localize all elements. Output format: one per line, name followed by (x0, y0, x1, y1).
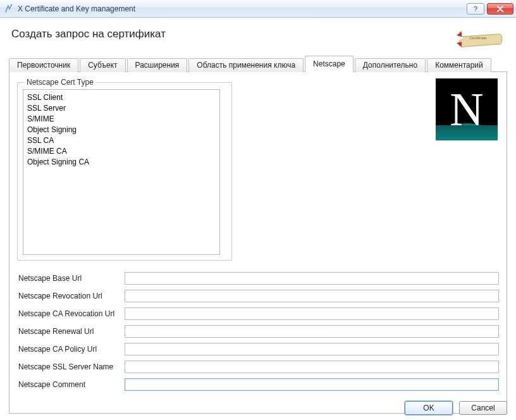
tab-label: Дополнительно (363, 61, 417, 70)
tab-subject[interactable]: Субъект (80, 58, 125, 72)
ok-button[interactable]: OK (405, 401, 453, 415)
list-item[interactable]: SSL Server (27, 103, 216, 114)
tab-key-usage[interactable]: Область применения ключа (188, 58, 304, 72)
tab-netscape[interactable]: Netscape (305, 56, 353, 72)
netscape-ssl-server-name-input[interactable] (125, 361, 499, 373)
netscape-logo-icon: N (436, 78, 498, 140)
tab-label: Область применения ключа (197, 61, 295, 70)
field-label: Netscape SSL Server Name (17, 362, 125, 371)
netscape-base-url-input[interactable] (125, 272, 499, 285)
netscape-ca-policy-url-input[interactable] (125, 343, 499, 355)
list-item[interactable]: SSL CA (27, 135, 216, 146)
field-label: Netscape Base Url (17, 274, 125, 283)
tab-source[interactable]: Первоисточник (9, 58, 78, 72)
svg-text:Certificate: Certificate (469, 36, 487, 40)
scroll-emblem-icon: Certificate (453, 27, 507, 52)
field-label: Netscape Renewal Url (17, 327, 125, 336)
close-button[interactable] (487, 3, 513, 15)
netscape-comment-input[interactable] (125, 378, 499, 391)
list-item[interactable]: Object Signing (27, 125, 216, 135)
cert-type-listbox[interactable]: SSL Client SSL Server S/MIME Object Sign… (23, 89, 220, 255)
tabstrip: Первоисточник Субъект Расширения Область… (9, 56, 507, 72)
help-button[interactable]: ? (467, 3, 484, 15)
list-item[interactable]: S/MIME (27, 114, 216, 125)
netscape-url-fields: Netscape Base Url Netscape Revocation Ur… (17, 272, 499, 391)
field-label: Netscape CA Revocation Url (17, 309, 125, 318)
tab-label: Расширения (135, 61, 180, 70)
tab-panel-netscape: Netscape Cert Type SSL Client SSL Server… (9, 72, 507, 414)
tab-advanced[interactable]: Дополнительно (355, 58, 426, 72)
field-label: Netscape Comment (17, 380, 125, 389)
tab-label: Субъект (88, 61, 117, 70)
tab-label: Комментарий (435, 61, 483, 70)
tab-label: Первоисточник (17, 61, 70, 70)
netscape-ca-revocation-url-input[interactable] (125, 307, 499, 320)
titlebar: X Certificate and Key management ? (0, 0, 516, 18)
window-title: X Certificate and Key management (18, 4, 467, 13)
window-controls: ? (467, 3, 513, 15)
netscape-renewal-url-input[interactable] (125, 325, 499, 338)
group-label: Netscape Cert Type (24, 78, 96, 87)
app-icon (4, 4, 14, 14)
list-item[interactable]: SSL Client (27, 92, 216, 103)
field-label: Netscape CA Policy Url (17, 345, 125, 354)
netscape-revocation-url-input[interactable] (125, 290, 499, 302)
cancel-button[interactable]: Cancel (459, 401, 507, 415)
tab-label: Netscape (313, 59, 345, 68)
field-label: Netscape Revocation Url (17, 292, 125, 300)
tab-comment[interactable]: Комментарий (427, 58, 491, 72)
tab-extensions[interactable]: Расширения (127, 58, 188, 72)
list-item[interactable]: Object Signing CA (27, 157, 216, 168)
list-item[interactable]: S/MIME CA (27, 146, 216, 157)
button-label: Cancel (471, 404, 494, 412)
svg-point-0 (11, 4, 12, 5)
netscape-cert-type-group: Netscape Cert Type SSL Client SSL Server… (17, 82, 232, 261)
page-title: Создать запрос на сертификат (11, 28, 166, 40)
button-label: OK (423, 404, 434, 412)
dialog-buttons: OK Cancel (405, 401, 507, 415)
